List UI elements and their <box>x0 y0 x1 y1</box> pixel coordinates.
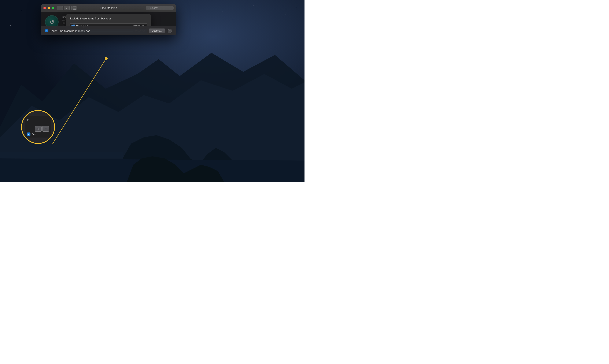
desktop: ‹ › Time Machine ⌕ Search <box>0 0 304 182</box>
nav-buttons: ‹ › <box>57 6 69 10</box>
svg-point-15 <box>105 57 108 60</box>
minimize-button[interactable] <box>48 7 50 9</box>
back-nav-button[interactable]: ‹ <box>57 6 63 10</box>
bottom-help-button[interactable]: ? <box>168 29 172 33</box>
bottom-bar: ✓ Show Time Machine in menu bar Options.… <box>41 26 176 35</box>
svg-point-13 <box>232 19 233 19</box>
zoom-add-button[interactable]: + <box>35 126 42 132</box>
show-menu-bar-checkbox[interactable]: ✓ <box>45 29 48 32</box>
options-button[interactable]: Options... <box>149 28 165 33</box>
svg-line-16 <box>53 59 106 144</box>
svg-point-9 <box>254 5 254 5</box>
sheet-title: Exclude these items from backups: <box>69 17 147 20</box>
zoom-checkbox-label: Bac <box>32 133 36 135</box>
svg-point-7 <box>190 3 190 3</box>
show-menu-bar-label: Show Time Machine in menu bar <box>50 29 90 33</box>
svg-point-10 <box>285 14 286 15</box>
zoom-remove-button[interactable]: − <box>42 126 49 132</box>
maximize-button[interactable] <box>52 7 54 9</box>
time-machine-window: ‹ › Time Machine ⌕ Search <box>41 4 176 35</box>
zoom-p-letter: p <box>27 118 28 121</box>
zoom-checkbox-row: ✓ Bac <box>27 132 36 136</box>
zoom-add-remove-buttons: + − <box>35 126 49 132</box>
window-body: ↺ Time Machine 9, 2019 PM M ✓ <box>41 12 176 35</box>
show-menu-bar-row: ✓ Show Time Machine in menu bar <box>45 29 146 33</box>
svg-point-1 <box>21 10 21 11</box>
forward-nav-button[interactable]: › <box>64 6 69 10</box>
window-title: Time Machine <box>100 6 117 10</box>
svg-point-14 <box>190 74 275 137</box>
grid-icon <box>73 7 76 10</box>
search-bar[interactable]: ⌕ Search <box>146 6 174 10</box>
zoom-checkbox[interactable]: ✓ <box>27 132 30 136</box>
grid-view-button[interactable] <box>71 6 77 10</box>
close-button[interactable] <box>43 7 46 9</box>
show-menu-check-icon: ✓ <box>46 30 47 32</box>
zoom-content: p + − ✓ Bac <box>22 113 54 141</box>
zoom-fragment: p + − ✓ Bac <box>25 117 51 138</box>
search-placeholder: Search <box>150 7 158 10</box>
svg-point-12 <box>10 25 11 26</box>
sheet-header: Exclude these items from backups: <box>66 14 151 24</box>
zoom-checkbox-check-icon: ✓ <box>28 133 30 135</box>
svg-point-8 <box>222 12 222 12</box>
svg-point-11 <box>296 7 296 8</box>
title-bar: ‹ › Time Machine ⌕ Search <box>41 4 176 12</box>
search-icon: ⌕ <box>148 7 149 10</box>
traffic-lights <box>43 7 54 9</box>
zoom-circle-annotation: p + − ✓ Bac <box>21 110 55 144</box>
